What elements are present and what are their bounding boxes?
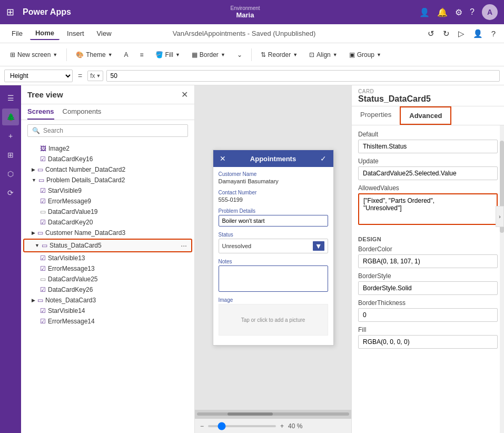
formula-bar: Height = fx ▼	[0, 66, 504, 85]
variables-icon[interactable]: ⬡	[2, 165, 19, 182]
prop-border-thickness-input[interactable]	[358, 308, 498, 322]
align-button[interactable]: ⊡ Align ▼	[304, 48, 342, 61]
tab-components[interactable]: Components	[63, 104, 102, 120]
share-icon[interactable]: 👤	[471, 27, 485, 41]
data-icon[interactable]: ⊞	[2, 146, 19, 163]
list-item[interactable]: ☑ StarVisible13	[21, 253, 194, 263]
list-item[interactable]: ☑ ErrorMessage13	[21, 263, 194, 274]
tree-close-button[interactable]: ✕	[181, 90, 188, 100]
group-chevron: ▼	[377, 52, 381, 57]
fill-button[interactable]: 🪣 Fill ▼	[151, 48, 185, 61]
list-item[interactable]: ▭ DataCardValue19	[21, 206, 194, 217]
play-icon[interactable]: ▷	[456, 27, 467, 41]
help-icon[interactable]: ?	[470, 7, 475, 17]
problem-details-input[interactable]	[219, 215, 328, 227]
top-nav: ⊞ Power Apps Environment Maria 👤 🔔 ⚙ ? A	[0, 0, 504, 24]
field-label: Image	[219, 297, 328, 303]
props-scrollbar[interactable]	[500, 125, 504, 433]
avatar[interactable]: A	[482, 4, 498, 20]
property-select[interactable]: Height	[4, 70, 73, 82]
chevron-icon: ▼	[35, 243, 39, 248]
undo-icon[interactable]: ↺	[426, 27, 437, 41]
search-box[interactable]: 🔍	[27, 124, 188, 137]
prop-fill-input[interactable]	[358, 335, 498, 349]
reorder-button[interactable]: ⇅ Reorder ▼	[256, 48, 302, 61]
props-header: CARD Status_DataCard5	[352, 85, 504, 106]
help-menu-icon[interactable]: ?	[489, 27, 498, 40]
canvas-horizontal-scrollbar[interactable]	[195, 410, 351, 418]
user-icon[interactable]: 👤	[419, 7, 430, 17]
item-icon: ▭	[37, 297, 43, 304]
tree-header: Tree view ✕	[21, 85, 194, 104]
status-datacard-item[interactable]: ▼ ▭ Status_DataCard5 ···	[23, 239, 192, 252]
item-icon: ▭	[40, 208, 46, 215]
zoom-slider[interactable]	[208, 425, 276, 427]
menu-file[interactable]: File	[6, 27, 28, 40]
settings-icon[interactable]: ⚙	[455, 7, 462, 17]
formula-input[interactable]	[106, 70, 500, 82]
equals-sign: =	[76, 72, 84, 80]
hamburger-icon[interactable]: ☰	[2, 90, 19, 106]
dropdown-button[interactable]: ⌄	[232, 48, 247, 61]
tab-advanced[interactable]: Advanced	[400, 106, 451, 125]
list-item[interactable]: ☑ ErrorMessage14	[21, 316, 194, 327]
new-screen-button[interactable]: ⊞ New screen ▼	[5, 48, 62, 61]
list-item[interactable]: ☑ StarVisible9	[21, 185, 194, 196]
item-label: DataCardKey20	[48, 219, 190, 226]
new-screen-chevron: ▼	[53, 52, 57, 57]
list-item[interactable]: ☑ DataCardKey26	[21, 284, 194, 295]
list-item[interactable]: ▭ DataCardValue25	[21, 274, 194, 284]
notes-textarea[interactable]	[219, 265, 328, 292]
text-align-button[interactable]: ≡	[135, 48, 149, 61]
prop-allowed-values-input[interactable]: ["Fixed", "Parts Ordered", "Unresolved"]	[358, 193, 498, 225]
menu-home[interactable]: Home	[30, 27, 60, 40]
tree-view-icon[interactable]: 🌲	[2, 109, 19, 125]
prop-border-color-input[interactable]	[358, 254, 498, 268]
theme-button[interactable]: 🎨 Theme ▼	[71, 48, 117, 61]
list-item[interactable]: ☑ StarVisible14	[21, 306, 194, 316]
form-check-icon[interactable]: ✓	[320, 154, 327, 163]
list-item[interactable]: ☑ DataCardKey16	[21, 154, 194, 164]
prop-update-input[interactable]	[358, 166, 498, 180]
zoom-minus-button[interactable]: −	[200, 422, 204, 430]
prop-default-input[interactable]	[358, 140, 498, 153]
image-placeholder[interactable]: Tap or click to add a picture	[219, 304, 328, 336]
menu-insert[interactable]: Insert	[62, 27, 90, 40]
list-item[interactable]: ▼ ▭ Problem Details_DataCard2	[21, 175, 194, 185]
list-item[interactable]: 🖼 Image2	[21, 143, 194, 154]
search-input[interactable]	[43, 127, 183, 134]
zoom-plus-button[interactable]: +	[280, 422, 284, 430]
fx-button[interactable]: fx ▼	[87, 71, 103, 81]
form-field-customer-name: Customer Name Damayanti Basumatary	[219, 171, 328, 184]
waffle-icon[interactable]: ⊞	[6, 6, 14, 18]
props-collapse-button[interactable]: ›	[496, 206, 504, 227]
tab-screens[interactable]: Screens	[27, 104, 54, 120]
group-button[interactable]: ▣ Group ▼	[344, 48, 386, 61]
redo-icon[interactable]: ↻	[441, 27, 452, 41]
add-icon[interactable]: +	[2, 127, 19, 144]
prop-border-style-input[interactable]	[358, 281, 498, 295]
list-item[interactable]: ▶ ▭ Notes_DataCard3	[21, 295, 194, 306]
item-icon: ☑	[40, 198, 46, 205]
list-item[interactable]: ▶ ▭ Customer Name_DataCard3	[21, 228, 194, 238]
chevron-icon: ▶	[32, 230, 35, 235]
align-label: Align	[317, 51, 331, 58]
list-item[interactable]: ▶ ▭ Contact Number_DataCard2	[21, 164, 194, 175]
card-name: Status_DataCard5	[358, 94, 498, 104]
list-item[interactable]: ☑ ErrorMessage9	[21, 196, 194, 206]
notification-icon[interactable]: 🔔	[437, 7, 448, 17]
menu-view[interactable]: View	[92, 27, 117, 40]
border-button[interactable]: ▦ Border ▼	[187, 48, 230, 61]
tab-properties[interactable]: Properties	[352, 106, 400, 125]
tree-panel: Tree view ✕ Screens Components 🔍 🖼 Image…	[21, 85, 195, 433]
form-close-icon[interactable]: ✕	[220, 154, 226, 163]
nav-icons: 👤 🔔 ⚙ ? A	[419, 4, 498, 20]
align-chevron: ▼	[333, 52, 338, 57]
prop-border-style-label: BorderStyle	[358, 272, 498, 280]
item-label: DataCardValue19	[48, 208, 190, 215]
connectors-icon[interactable]: ⟳	[2, 184, 19, 201]
more-options-icon[interactable]: ···	[181, 241, 187, 250]
text-format-button[interactable]: A	[120, 48, 133, 61]
list-item[interactable]: ☑ DataCardKey20	[21, 217, 194, 228]
status-dropdown[interactable]: Unresolved ▼	[219, 239, 328, 253]
